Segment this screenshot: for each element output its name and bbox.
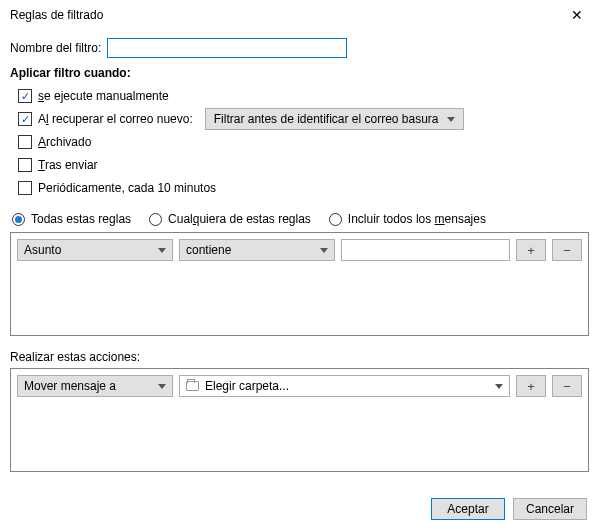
conditions-box: Asunto contiene + −	[10, 232, 589, 336]
radio-any[interactable]: Cualquiera de estas reglas	[149, 212, 311, 226]
conditions-empty-area	[11, 267, 588, 335]
condition-op-select[interactable]: contiene	[179, 239, 335, 261]
check-icon: ✓	[21, 114, 30, 125]
action-folder-select[interactable]: Elegir carpeta...	[179, 375, 510, 397]
check-onget-label: Al recuperar el correo nuevo:	[38, 112, 193, 126]
filter-name-label: Nombre del filtro:	[10, 41, 101, 55]
check-periodic-row[interactable]: Periódicamente, cada 10 minutos	[18, 178, 589, 198]
radio-every-input[interactable]	[329, 213, 342, 226]
radio-all[interactable]: Todas estas reglas	[12, 212, 131, 226]
chevron-down-icon	[447, 117, 455, 122]
condition-remove-button[interactable]: −	[552, 239, 582, 261]
check-archived-row[interactable]: Archivado	[18, 132, 589, 152]
condition-row: Asunto contiene + −	[11, 233, 588, 267]
actions-header: Realizar estas acciones:	[10, 350, 589, 364]
chevron-down-icon	[158, 384, 166, 389]
radio-all-input[interactable]	[12, 213, 25, 226]
check-periodic[interactable]	[18, 181, 32, 195]
minus-icon: −	[563, 243, 571, 258]
action-type-value: Mover mensaje a	[24, 379, 116, 393]
radio-dot-icon	[15, 216, 22, 223]
radio-every[interactable]: Incluir todos los mensajes	[329, 212, 486, 226]
action-row: Mover mensaje a Elegir carpeta... + −	[11, 369, 588, 403]
check-archived-label: Archivado	[38, 135, 91, 149]
radio-all-label: Todas estas reglas	[31, 212, 131, 226]
check-onget[interactable]: ✓	[18, 112, 32, 126]
check-icon: ✓	[21, 91, 30, 102]
chevron-down-icon	[320, 248, 328, 253]
condition-value-input[interactable]	[341, 239, 510, 261]
condition-field-select[interactable]: Asunto	[17, 239, 173, 261]
apply-when-header: Aplicar filtro cuando:	[10, 66, 589, 80]
check-manual-row[interactable]: ✓ se ejecute manualmente	[18, 86, 589, 106]
dialog-footer: Aceptar Cancelar	[431, 498, 587, 520]
timing-value: Filtrar antes de identificar el correo b…	[214, 112, 439, 126]
cancel-button[interactable]: Cancelar	[513, 498, 587, 520]
dialog-body: Nombre del filtro: Aplicar filtro cuando…	[0, 30, 599, 472]
check-periodic-label: Periódicamente, cada 10 minutos	[38, 181, 216, 195]
check-aftersend-label: Tras enviar	[38, 158, 98, 172]
chevron-down-icon	[495, 384, 503, 389]
close-icon: ✕	[571, 7, 583, 23]
radio-any-label: Cualquiera de estas reglas	[168, 212, 311, 226]
check-manual[interactable]: ✓	[18, 89, 32, 103]
check-archived[interactable]	[18, 135, 32, 149]
close-button[interactable]: ✕	[555, 0, 599, 30]
dialog-title: Reglas de filtrado	[10, 8, 103, 22]
titlebar: Reglas de filtrado ✕	[0, 0, 599, 30]
minus-icon: −	[563, 379, 571, 394]
radio-every-label: Incluir todos los mensajes	[348, 212, 486, 226]
chevron-down-icon	[158, 248, 166, 253]
check-manual-label: se ejecute manualmente	[38, 89, 169, 103]
condition-field-value: Asunto	[24, 243, 61, 257]
check-onget-row[interactable]: ✓ Al recuperar el correo nuevo: Filtrar …	[18, 109, 589, 129]
ok-button[interactable]: Aceptar	[431, 498, 505, 520]
actions-empty-area	[11, 403, 588, 471]
plus-icon: +	[527, 243, 535, 258]
actions-box: Mover mensaje a Elegir carpeta... + −	[10, 368, 589, 472]
folder-icon	[186, 381, 199, 391]
radio-any-input[interactable]	[149, 213, 162, 226]
check-aftersend-row[interactable]: Tras enviar	[18, 155, 589, 175]
check-aftersend[interactable]	[18, 158, 32, 172]
action-add-button[interactable]: +	[516, 375, 546, 397]
filter-name-row: Nombre del filtro:	[10, 38, 589, 58]
timing-dropdown[interactable]: Filtrar antes de identificar el correo b…	[205, 108, 464, 130]
match-type-row: Todas estas reglas Cualquiera de estas r…	[12, 212, 589, 226]
condition-op-value: contiene	[186, 243, 231, 257]
action-type-select[interactable]: Mover mensaje a	[17, 375, 173, 397]
filter-name-input[interactable]	[107, 38, 347, 58]
action-folder-value: Elegir carpeta...	[205, 379, 289, 393]
plus-icon: +	[527, 379, 535, 394]
condition-add-button[interactable]: +	[516, 239, 546, 261]
action-remove-button[interactable]: −	[552, 375, 582, 397]
